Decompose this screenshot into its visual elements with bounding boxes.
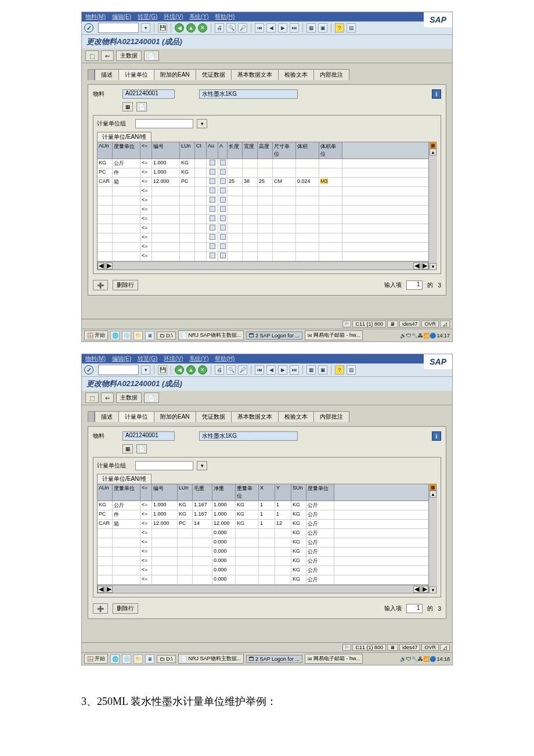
tab-basic[interactable]: 基本数据文本 <box>231 411 279 422</box>
enter-icon[interactable]: ✓ <box>84 23 93 33</box>
table-row[interactable]: <= <box>98 243 428 252</box>
enter-icon[interactable]: ✓ <box>84 365 93 375</box>
menu-help[interactable]: 帮助(H) <box>215 13 234 20</box>
quick-cd-icon[interactable]: 💿 <box>122 331 131 340</box>
subtab-uom-ean[interactable]: 计量单位/EAN/维 <box>97 132 151 142</box>
print-icon[interactable]: 🖨 <box>215 23 224 33</box>
back-icon[interactable]: ◀ <box>175 23 184 33</box>
back-button[interactable]: ⇐ <box>101 393 114 403</box>
menu-edit[interactable]: 编辑(E) <box>112 355 131 362</box>
hscroll-left2-icon[interactable]: ◀ <box>413 262 420 269</box>
hscroll-left-icon[interactable]: ◀ <box>98 586 104 593</box>
detail-icon[interactable]: 📄 <box>136 444 147 453</box>
task-sap-data[interactable]: 📄 NRJ SAP物料主数据... <box>178 654 244 664</box>
vscroll-down-icon[interactable]: ▼ <box>430 263 436 270</box>
tab-insp[interactable]: 检验文本 <box>278 411 314 422</box>
table-row[interactable]: <= <box>98 187 428 196</box>
quick-desktop-icon[interactable]: 🖥 <box>145 654 154 664</box>
shortcut-icon[interactable]: ▣ <box>318 365 327 375</box>
task-sap-data[interactable]: 📄 NRJ SAP物料主数据... <box>178 330 244 340</box>
quick-ie-icon[interactable]: 🌐 <box>110 654 120 664</box>
table-row[interactable]: <=0.000KG公斤 <box>98 557 428 566</box>
config-icon[interactable]: ▦ <box>430 142 436 149</box>
next-page-icon[interactable]: ▶ <box>278 23 287 33</box>
new-row-button[interactable]: ➕ <box>93 603 108 614</box>
tab-basic[interactable]: 基本数据文本 <box>231 69 279 80</box>
task-netease[interactable]: ✉ 网易电子邮箱 - hw... <box>305 330 363 340</box>
resize-grip-icon[interactable]: ◿ <box>440 644 450 651</box>
uom-group-input[interactable] <box>135 119 193 128</box>
tab-ean[interactable]: 附加的EAN <box>154 411 196 422</box>
find-next-icon[interactable]: 🔎 <box>238 365 247 375</box>
menu-material[interactable]: 物料(M) <box>85 355 106 362</box>
quick-folder-icon[interactable]: 📁 <box>134 331 143 340</box>
table-row[interactable]: <= <box>98 224 428 233</box>
menu-edit[interactable]: 编辑(E) <box>112 13 131 20</box>
hscroll-left-icon[interactable]: ◀ <box>98 262 104 269</box>
tab-doc[interactable]: 凭证数据 <box>196 69 232 80</box>
vscroll-down-icon[interactable]: ▼ <box>430 586 436 593</box>
dropdown-icon[interactable]: ▾ <box>141 365 150 375</box>
command-field[interactable] <box>98 365 139 375</box>
info-icon[interactable]: i <box>432 431 441 441</box>
uom-group-dropdown-icon[interactable]: ▾ <box>197 119 207 128</box>
hscroll-right-icon[interactable]: ▶ <box>106 262 113 269</box>
table-row[interactable]: KG公斤<=1.000KG1.1671.000KG11KG公斤 <box>98 501 428 510</box>
main-data-button[interactable]: 主数据 <box>116 51 142 61</box>
print-icon[interactable]: 🖨 <box>215 365 224 375</box>
uom-group-dropdown-icon[interactable]: ▾ <box>197 461 207 470</box>
hscroll-right2-icon[interactable]: ▶ <box>421 262 428 269</box>
task-netease[interactable]: ✉ 网易电子邮箱 - hw... <box>305 654 363 664</box>
task-drive[interactable]: 🗀 D:\ <box>157 655 176 663</box>
hscroll-right2-icon[interactable]: ▶ <box>421 586 428 593</box>
session-icon[interactable]: ▦ <box>306 23 316 33</box>
tab-description[interactable]: 描述 <box>95 411 119 422</box>
last-page-icon[interactable]: ⏭ <box>290 23 299 33</box>
start-button[interactable]: 🪟 开始 <box>84 654 108 664</box>
task-drive[interactable]: 🗀 D:\ <box>157 332 176 340</box>
quick-folder-icon[interactable]: 📁 <box>134 654 143 664</box>
vscroll-up-icon[interactable]: ▲ <box>430 491 436 498</box>
menu-env[interactable]: 环境(V) <box>164 355 183 362</box>
display-icon[interactable]: ▦ <box>122 102 133 111</box>
main-data-button[interactable]: 主数据 <box>116 393 142 403</box>
table-row[interactable]: CAR箱<=12.000PC253825CM0.024M3 <box>98 178 428 187</box>
quick-ie-icon[interactable]: 🌐 <box>110 331 120 340</box>
help-icon[interactable]: ? <box>335 365 344 375</box>
table-row[interactable]: PC件<=1.000KG1.1671.000KG11KG公斤 <box>98 510 428 520</box>
table-row[interactable]: <=0.000KG公斤 <box>98 575 428 585</box>
resize-grip-icon[interactable]: ◿ <box>440 321 450 327</box>
additional-data-button[interactable]: ⬚ <box>85 393 99 403</box>
command-field[interactable] <box>98 23 139 33</box>
table-row[interactable]: <=0.000KG公斤 <box>98 538 428 548</box>
task-sap-logon[interactable]: 🗔 2 SAP Logon for ... <box>246 655 302 663</box>
last-page-icon[interactable]: ⏭ <box>290 365 299 375</box>
table-row[interactable]: <= <box>98 206 428 215</box>
table-row[interactable]: <=0.000KG公斤 <box>98 529 428 538</box>
table-row[interactable]: <=0.000KG公斤 <box>98 548 428 557</box>
org-levels-button[interactable]: 📄 <box>144 393 159 403</box>
detail-icon[interactable]: 📄 <box>136 102 147 111</box>
hscroll-left2-icon[interactable]: ◀ <box>413 586 420 593</box>
vscroll-up-icon[interactable]: ▲ <box>430 149 436 156</box>
table-row[interactable]: KG公斤<=1.000KG <box>98 159 428 168</box>
first-page-icon[interactable]: ⏮ <box>255 23 264 33</box>
layout-icon[interactable]: ▤ <box>347 365 356 375</box>
tab-doc[interactable]: 凭证数据 <box>196 411 232 422</box>
delete-row-button[interactable]: 删除行 <box>113 280 138 290</box>
find-next-icon[interactable]: 🔎 <box>238 23 247 33</box>
back-button[interactable]: ⇐ <box>101 51 114 61</box>
session-icon[interactable]: ▦ <box>306 365 316 375</box>
entry-current[interactable]: 1 <box>406 604 423 613</box>
additional-data-button[interactable]: ⬚ <box>85 51 99 61</box>
tab-description[interactable]: 描述 <box>95 69 119 80</box>
new-row-button[interactable]: ➕ <box>93 280 108 290</box>
message-icon[interactable]: ▷ <box>342 321 351 327</box>
back-icon[interactable]: ◀ <box>175 365 184 375</box>
table-row[interactable]: <= <box>98 252 428 261</box>
prev-page-icon[interactable]: ◀ <box>266 23 276 33</box>
tab-note[interactable]: 内部批注 <box>313 69 349 80</box>
tray-icons[interactable]: 🔊🛡🔧🖧📶🔵 <box>400 656 436 662</box>
next-page-icon[interactable]: ▶ <box>278 365 287 375</box>
menu-goto[interactable]: 转至(G) <box>138 13 157 20</box>
